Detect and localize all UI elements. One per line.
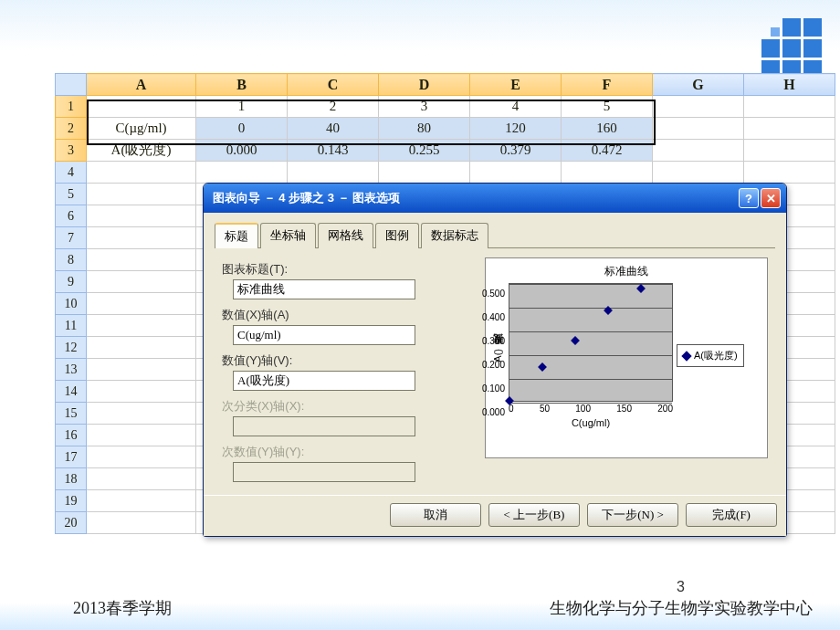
label-chart-title: 图表标题(T): — [222, 261, 468, 278]
row-7[interactable]: 7 — [56, 227, 87, 249]
cell[interactable] — [87, 381, 196, 403]
row-15[interactable]: 15 — [56, 403, 87, 425]
cell[interactable] — [87, 490, 196, 512]
col-H[interactable]: H — [744, 74, 835, 96]
row-12[interactable]: 12 — [56, 337, 87, 359]
row-9[interactable]: 9 — [56, 271, 87, 293]
cell[interactable] — [744, 162, 835, 184]
footer-right: 生物化学与分子生物学实验教学中心 — [550, 597, 813, 619]
page-number: 3 — [677, 579, 685, 595]
row-16[interactable]: 16 — [56, 425, 87, 446]
row-2[interactable]: 2 — [56, 118, 87, 140]
cell[interactable]: 0 — [196, 118, 288, 140]
cell[interactable] — [653, 162, 744, 184]
cell[interactable] — [87, 425, 196, 446]
col-C[interactable]: C — [288, 74, 379, 96]
cell[interactable]: 0.379 — [470, 140, 562, 162]
row-18[interactable]: 18 — [56, 468, 87, 490]
input-chart-title[interactable] — [233, 279, 415, 299]
cell[interactable] — [562, 162, 653, 184]
tab-title[interactable]: 标题 — [215, 223, 258, 248]
cell[interactable] — [744, 118, 835, 140]
cell[interactable] — [87, 162, 196, 184]
cell[interactable] — [87, 205, 196, 227]
cell[interactable] — [87, 184, 196, 205]
cell[interactable]: 0.000 — [196, 140, 288, 162]
row-14[interactable]: 14 — [56, 381, 87, 403]
cell[interactable]: 160 — [562, 118, 653, 140]
dialog-buttons: 取消 < 上一步(B) 下一步(N) > 完成(F) — [204, 495, 786, 536]
cell[interactable] — [744, 140, 835, 162]
cell[interactable] — [87, 249, 196, 271]
cell[interactable] — [196, 162, 288, 184]
row-5[interactable]: 5 — [56, 184, 87, 205]
col-E[interactable]: E — [470, 74, 562, 96]
select-all[interactable] — [56, 74, 87, 96]
cell[interactable] — [87, 271, 196, 293]
cell[interactable] — [653, 118, 744, 140]
cell[interactable] — [653, 140, 744, 162]
cell[interactable] — [87, 359, 196, 381]
label-x-axis: 数值(X)轴(A) — [222, 307, 468, 323]
input-x-axis[interactable] — [233, 325, 415, 345]
next-button[interactable]: 下一步(N) > — [587, 503, 678, 527]
cell[interactable]: C(µg/ml) — [87, 118, 196, 140]
cell[interactable] — [470, 162, 562, 184]
finish-button[interactable]: 完成(F) — [686, 503, 777, 527]
cell[interactable]: 0.143 — [288, 140, 379, 162]
row-20[interactable]: 20 — [56, 512, 87, 534]
col-G[interactable]: G — [653, 74, 744, 96]
close-button[interactable]: ✕ — [761, 188, 781, 208]
cell[interactable] — [87, 468, 196, 490]
cell[interactable] — [379, 162, 470, 184]
col-F[interactable]: F — [562, 74, 653, 96]
dialog-titlebar[interactable]: 图表向导 － 4 步骤之 3 － 图表选项 ? ✕ — [204, 184, 786, 213]
cell[interactable]: 5 — [562, 96, 653, 118]
col-B[interactable]: B — [196, 74, 288, 96]
cell[interactable]: 120 — [470, 118, 562, 140]
row-13[interactable]: 13 — [56, 359, 87, 381]
tab-gridlines[interactable]: 网格线 — [318, 223, 373, 248]
input-y-axis[interactable] — [233, 371, 415, 391]
cell[interactable] — [87, 315, 196, 337]
cell[interactable]: 3 — [379, 96, 470, 118]
cancel-button[interactable]: 取消 — [390, 503, 481, 527]
cell[interactable] — [87, 293, 196, 315]
row-17[interactable]: 17 — [56, 446, 87, 468]
help-button[interactable]: ? — [739, 188, 759, 208]
cell[interactable] — [87, 403, 196, 425]
cell[interactable] — [744, 96, 835, 118]
cell[interactable]: 2 — [288, 96, 379, 118]
row-11[interactable]: 11 — [56, 315, 87, 337]
cell[interactable]: 1 — [196, 96, 288, 118]
col-A[interactable]: A — [87, 74, 196, 96]
row-4[interactable]: 4 — [56, 162, 87, 184]
cell[interactable]: 0.255 — [379, 140, 470, 162]
tab-legend[interactable]: 图例 — [375, 223, 419, 248]
row-1[interactable]: 1 — [56, 96, 87, 118]
cell[interactable] — [87, 227, 196, 249]
row-6[interactable]: 6 — [56, 205, 87, 227]
cell[interactable] — [87, 337, 196, 359]
row-8[interactable]: 8 — [56, 249, 87, 271]
tab-axes[interactable]: 坐标轴 — [260, 223, 316, 248]
row-3[interactable]: 3 — [56, 140, 87, 162]
slide-decoration — [761, 18, 822, 79]
cell[interactable] — [653, 96, 744, 118]
cell[interactable]: 80 — [379, 118, 470, 140]
cell[interactable] — [288, 162, 379, 184]
label-x2-axis: 次分类(X)轴(X): — [222, 398, 468, 415]
dialog-title: 图表向导 － 4 步骤之 3 － 图表选项 — [213, 190, 400, 206]
row-10[interactable]: 10 — [56, 293, 87, 315]
row-19[interactable]: 19 — [56, 490, 87, 512]
back-button[interactable]: < 上一步(B) — [488, 503, 580, 527]
cell[interactable]: A(吸光度) — [87, 140, 196, 162]
cell[interactable] — [87, 446, 196, 468]
col-D[interactable]: D — [379, 74, 470, 96]
tab-datalabels[interactable]: 数据标志 — [421, 223, 488, 248]
cell[interactable] — [87, 512, 196, 534]
cell[interactable]: 4 — [470, 96, 562, 118]
cell[interactable]: 40 — [288, 118, 379, 140]
cell[interactable]: 0.472 — [562, 140, 653, 162]
cell[interactable] — [87, 96, 196, 118]
